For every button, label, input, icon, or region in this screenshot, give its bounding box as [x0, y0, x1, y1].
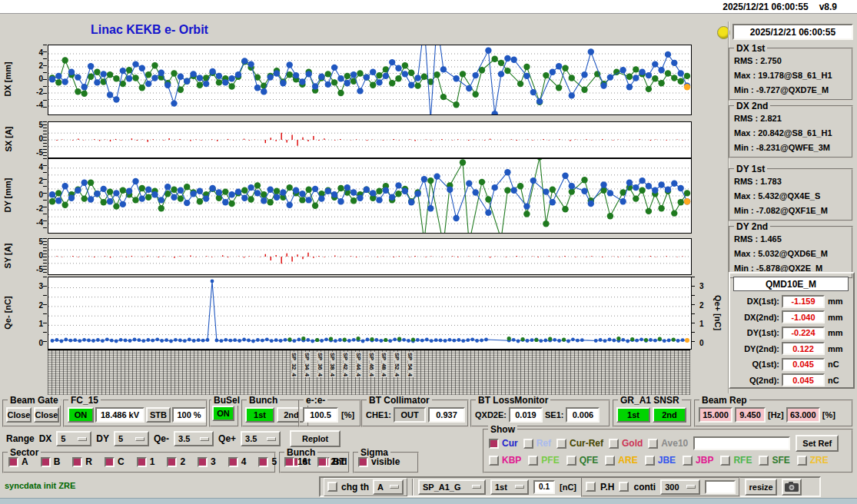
- fc15-stb-button[interactable]: STB: [146, 407, 171, 423]
- extra-input[interactable]: [705, 480, 736, 494]
- readout-label: DX(2nd):: [732, 313, 779, 322]
- dy-orbit-chart: [48, 158, 692, 234]
- readout-value: -0.224: [782, 327, 825, 340]
- show-trace-checkbox[interactable]: [609, 439, 619, 449]
- sx-steering-chart: [48, 121, 692, 158]
- sy-steering-chart: [48, 238, 692, 275]
- range-qe-plus-dropdown[interactable]: 3.5: [241, 431, 281, 446]
- replot-button[interactable]: Replot: [290, 430, 340, 447]
- stat-box-title: DX 2nd: [734, 101, 770, 111]
- threshold-input[interactable]: 0.1: [533, 480, 555, 494]
- busel-on-button[interactable]: ON: [212, 406, 234, 421]
- sector-checkbox[interactable]: [198, 457, 208, 467]
- readout-row: DY(2nd):0.122mm: [732, 341, 852, 356]
- show-trace-checkbox[interactable]: [523, 439, 533, 449]
- set-ref-button[interactable]: Set Ref: [796, 435, 839, 452]
- sector-item: 2: [167, 456, 185, 467]
- bunch-select-group: Bunch 1st2nd: [279, 452, 350, 473]
- beam-rep-group: Beam Rep 15.000 9.450 [Hz] 63.000 [%]: [694, 400, 853, 427]
- fc15-on-button[interactable]: ON: [68, 407, 94, 423]
- stat-line: Min : -9.727@QXD7E_M: [734, 83, 849, 98]
- show-region-checkbox[interactable]: [720, 456, 730, 466]
- gr-snsr-2nd-button[interactable]: 2nd: [653, 407, 686, 423]
- gr-snsr-group: GR_A1 SNSR 1st 2nd: [613, 400, 692, 427]
- beam-rep-value-2: 9.450: [735, 407, 766, 423]
- sector-checkbox[interactable]: [105, 457, 115, 467]
- show-trace-label: Ref: [536, 438, 551, 449]
- readout-label: DY(2nd):: [732, 344, 779, 353]
- screenshot-button[interactable]: [782, 479, 802, 496]
- bunch-1st-button[interactable]: 1st: [245, 407, 274, 423]
- beam-rep-hz-unit: [Hz]: [768, 410, 784, 419]
- sector-checkbox[interactable]: [72, 457, 82, 467]
- show-region-checkbox[interactable]: [605, 456, 615, 466]
- sector-item: 1: [137, 456, 155, 467]
- show-trace-label: Gold: [622, 438, 643, 449]
- gr-snsr-1st-button[interactable]: 1st: [616, 407, 650, 423]
- sector-checkbox[interactable]: [228, 457, 238, 467]
- range-dy-label: DY: [96, 433, 109, 444]
- ph-checkbox[interactable]: [586, 482, 596, 492]
- show-trace-item: Gold: [609, 438, 643, 449]
- resize-button[interactable]: resize: [745, 479, 777, 496]
- axis-tick-label: 3: [699, 282, 704, 290]
- bunch-select-checkbox[interactable]: [284, 457, 294, 467]
- conti-checkbox[interactable]: [619, 482, 629, 492]
- orbit-monitor-window: 2025/12/21 06:00:55 v8.9 Linac KEKB e- O…: [0, 0, 857, 504]
- readout-label: DX(1st):: [732, 297, 779, 306]
- range-dy-dropdown[interactable]: 5: [114, 431, 149, 446]
- sector-checkbox[interactable]: [167, 457, 177, 467]
- ref-file-input[interactable]: [693, 436, 790, 450]
- show-trace-label: Ave10: [661, 438, 688, 449]
- sector-checkbox[interactable]: [8, 457, 18, 467]
- option-menu-dash-icon: [135, 437, 144, 441]
- show-region-checkbox[interactable]: [797, 456, 807, 466]
- show-region-checkbox[interactable]: [528, 456, 538, 466]
- sector-item: 3: [198, 456, 216, 467]
- show-trace-item: Ref: [523, 438, 551, 449]
- show-region-item: JBE: [645, 455, 676, 466]
- qe-minus-axis-title: Qe- [nC]: [2, 277, 14, 348]
- beam-rep-value-3: 63.000: [786, 407, 820, 423]
- stat-line: Min : -8.231@QWFE_3M: [734, 141, 849, 155]
- range-label: Range: [6, 433, 35, 444]
- range-row: Range DX 5 DY 5 Qe- 3.5 Qe+ 3.5 Replot: [6, 430, 340, 447]
- bunch-title: Bunch: [247, 395, 280, 406]
- axis-tick-label: -5: [36, 265, 43, 274]
- bunch-dropdown[interactable]: 1st: [490, 479, 529, 495]
- beam-gate-close-button-1[interactable]: Close: [6, 407, 32, 423]
- chg-th-dropdown[interactable]: A: [373, 479, 404, 495]
- range-qe-minus-dropdown[interactable]: 3.5: [174, 431, 214, 446]
- show-region-item: PFE: [528, 455, 559, 466]
- sector-checkbox[interactable]: [41, 457, 51, 467]
- beam-gate-close-button-2[interactable]: Close: [34, 407, 59, 423]
- bpm-x-label: SP_42_4: [342, 352, 349, 377]
- ph-label: P.H: [600, 482, 614, 492]
- sector-item: 4: [228, 456, 247, 467]
- show-region-checkbox[interactable]: [645, 456, 655, 466]
- orbit-stats-panel: DX 1stRMS : 2.750Max : 19.178@S8_61_H1Mi…: [729, 48, 855, 284]
- chg-th-checkbox[interactable]: [327, 482, 337, 492]
- show-region-checkbox[interactable]: [489, 456, 499, 466]
- show-region-item: QFE: [566, 455, 599, 466]
- show-region-checkbox[interactable]: [683, 456, 693, 466]
- bpm-readout-box: QMD10E_M DX(1st):-1.159mmDX(2nd):-1.040m…: [729, 272, 855, 389]
- sigma-checkbox[interactable]: [358, 457, 368, 467]
- sector-checkbox[interactable]: [258, 457, 268, 467]
- show-region-checkbox[interactable]: [759, 456, 769, 466]
- show-region-checkbox[interactable]: [566, 456, 576, 466]
- range-dx-dropdown[interactable]: 5: [56, 431, 91, 446]
- bunch-select-checkbox[interactable]: [317, 457, 327, 467]
- readout-row: DX(2nd):-1.040mm: [732, 310, 852, 325]
- points-dropdown[interactable]: 300: [660, 479, 700, 495]
- device-dropdown[interactable]: SP_A1_G: [418, 479, 486, 495]
- show-trace-checkbox[interactable]: [489, 439, 499, 449]
- sx-axis-title: SX [A]: [2, 121, 14, 157]
- sigma-item: visible: [358, 456, 400, 467]
- show-region-label: JBE: [658, 455, 676, 466]
- titlebar-datetime: 2025/12/21 06:00:55: [722, 2, 808, 12]
- sx-axis-ticks: 50-5: [25, 121, 43, 157]
- show-trace-checkbox[interactable]: [556, 439, 566, 449]
- show-trace-checkbox[interactable]: [648, 439, 658, 449]
- sector-checkbox[interactable]: [137, 457, 147, 467]
